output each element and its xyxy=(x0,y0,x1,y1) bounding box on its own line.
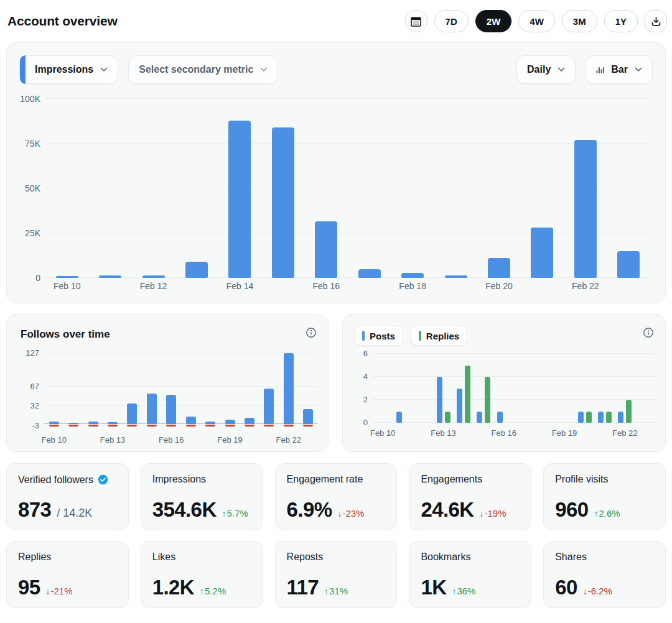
metric-value-row: 873/ 14.2K xyxy=(18,499,117,520)
gridline xyxy=(45,188,650,188)
metric-label: Bookmarks xyxy=(421,551,520,563)
info-button[interactable] xyxy=(642,326,655,339)
bar-replies-feb-22[interactable] xyxy=(626,400,632,423)
legend-chip-replies[interactable]: Replies xyxy=(411,326,467,346)
download-icon xyxy=(650,16,662,27)
legend-chip-posts[interactable]: Posts xyxy=(354,326,403,346)
bar-unfollows-feb-15[interactable] xyxy=(147,425,157,427)
bar-follows-feb-20[interactable] xyxy=(245,418,254,424)
bar-unfollows-feb-19[interactable] xyxy=(225,425,235,427)
calendar-button[interactable] xyxy=(405,10,427,32)
range-button-7d[interactable]: 7D xyxy=(434,10,469,32)
bar-impressions-feb-17[interactable] xyxy=(358,269,381,278)
bar-impressions-feb-23[interactable] xyxy=(617,251,640,278)
metric-card-verified-followers: Verified followers873/ 14.2K xyxy=(6,463,129,530)
bar-impressions-feb-14[interactable] xyxy=(228,121,251,278)
bar-posts-feb-13[interactable] xyxy=(437,377,442,423)
bar-posts-feb-21[interactable] xyxy=(598,412,604,423)
bar-follows-feb-21[interactable] xyxy=(264,389,274,424)
y-axis-tick: 32 xyxy=(16,401,39,411)
bar-replies-feb-20[interactable] xyxy=(586,412,592,423)
range-button-3m[interactable]: 3M xyxy=(562,10,597,32)
metric-value: 1.2K xyxy=(152,577,194,598)
bar-follows-feb-11[interactable] xyxy=(68,423,78,425)
primary-metric-dropdown[interactable]: Impressions xyxy=(19,55,118,84)
metric-delta-text: 5.7% xyxy=(227,508,248,519)
x-axis-tick: Feb 10 xyxy=(42,281,92,292)
bar-unfollows-feb-16[interactable] xyxy=(166,425,176,427)
info-button[interactable] xyxy=(304,326,318,339)
chart-type-dropdown[interactable]: Bar xyxy=(586,55,653,84)
bar-posts-feb-11[interactable] xyxy=(396,412,402,423)
header-controls: 7D2W4W3M1Y xyxy=(405,10,667,32)
bar-impressions-feb-15[interactable] xyxy=(272,127,294,278)
metric-delta-text: -23% xyxy=(342,508,364,519)
bar-unfollows-feb-11[interactable] xyxy=(68,425,78,427)
bar-unfollows-feb-22[interactable] xyxy=(284,425,294,427)
metric-label: Impressions xyxy=(152,474,251,485)
bar-impressions-feb-16[interactable] xyxy=(315,221,337,278)
range-label: 3M xyxy=(573,16,586,27)
bar-unfollows-feb-21[interactable] xyxy=(264,425,274,427)
metric-value: 1K xyxy=(421,577,446,598)
bar-follows-feb-17[interactable] xyxy=(186,417,196,424)
bar-follows-feb-19[interactable] xyxy=(225,420,235,424)
bar-unfollows-feb-14[interactable] xyxy=(127,425,137,427)
bar-impressions-feb-21[interactable] xyxy=(531,228,553,278)
x-axis-tick: Feb 20 xyxy=(474,281,524,292)
bar-follows-feb-13[interactable] xyxy=(108,422,118,424)
secondary-metric-dropdown[interactable]: Select secondary metric xyxy=(128,55,278,84)
bar-follows-feb-10[interactable] xyxy=(49,422,59,424)
bar-follows-feb-16[interactable] xyxy=(166,395,176,424)
bar-impressions-feb-19[interactable] xyxy=(445,275,467,278)
page-title: Account overview xyxy=(7,14,118,29)
x-axis-tick: Feb 18 xyxy=(388,281,437,292)
bar-impressions-feb-13[interactable] xyxy=(185,262,208,278)
range-button-1y[interactable]: 1Y xyxy=(604,10,638,32)
interval-dropdown[interactable]: Daily xyxy=(516,55,576,84)
bar-unfollows-feb-20[interactable] xyxy=(245,425,254,427)
bar-follows-feb-18[interactable] xyxy=(205,422,215,425)
bar-unfollows-feb-23[interactable] xyxy=(303,425,313,427)
download-button[interactable] xyxy=(645,10,667,32)
follows-panel-title: Follows over time xyxy=(21,328,110,341)
y-axis-tick: 0 xyxy=(19,273,40,283)
metric-delta: ↓-21% xyxy=(46,586,73,596)
bar-impressions-feb-12[interactable] xyxy=(142,275,165,278)
bar-follows-feb-14[interactable] xyxy=(127,404,137,424)
metric-value-row: 24.6K↓-19% xyxy=(421,499,520,520)
bar-follows-feb-23[interactable] xyxy=(303,409,313,424)
bar-unfollows-feb-12[interactable] xyxy=(88,425,98,427)
chevron-down-icon xyxy=(635,67,642,72)
bar-replies-feb-13[interactable] xyxy=(445,412,450,423)
bar-follows-feb-15[interactable] xyxy=(147,394,157,424)
legend-replies-label: Replies xyxy=(426,331,459,341)
bar-follows-feb-12[interactable] xyxy=(88,422,98,425)
bar-replies-feb-15[interactable] xyxy=(485,377,490,423)
bar-posts-feb-22[interactable] xyxy=(618,412,623,423)
bar-replies-feb-14[interactable] xyxy=(465,366,470,423)
bar-unfollows-feb-17[interactable] xyxy=(186,425,196,427)
bar-posts-feb-16[interactable] xyxy=(497,412,503,423)
bar-posts-feb-20[interactable] xyxy=(578,412,584,423)
bar-impressions-feb-11[interactable] xyxy=(99,275,121,278)
metric-label: Replies xyxy=(18,551,117,563)
legend-posts-label: Posts xyxy=(370,331,395,341)
x-axis-tick: Feb 19 xyxy=(539,428,589,438)
bar-follows-feb-22[interactable] xyxy=(284,353,294,424)
bar-impressions-feb-20[interactable] xyxy=(488,258,510,278)
y-axis-tick: 67 xyxy=(16,382,39,392)
bar-replies-feb-21[interactable] xyxy=(606,412,612,423)
bar-unfollows-feb-18[interactable] xyxy=(205,425,215,427)
bar-impressions-feb-22[interactable] xyxy=(574,140,597,278)
bar-posts-feb-15[interactable] xyxy=(477,412,482,423)
bar-unfollows-feb-10[interactable] xyxy=(49,425,59,427)
bar-posts-feb-14[interactable] xyxy=(457,389,462,423)
bar-impressions-feb-10[interactable] xyxy=(56,276,78,279)
metric-value-row: 117↑31% xyxy=(287,577,386,598)
bar-impressions-feb-18[interactable] xyxy=(401,273,424,278)
range-button-2w[interactable]: 2W xyxy=(475,10,512,32)
metric-value-row: 354.6K↑5.7% xyxy=(152,499,251,520)
range-button-4w[interactable]: 4W xyxy=(518,10,555,32)
bar-unfollows-feb-13[interactable] xyxy=(108,425,118,427)
